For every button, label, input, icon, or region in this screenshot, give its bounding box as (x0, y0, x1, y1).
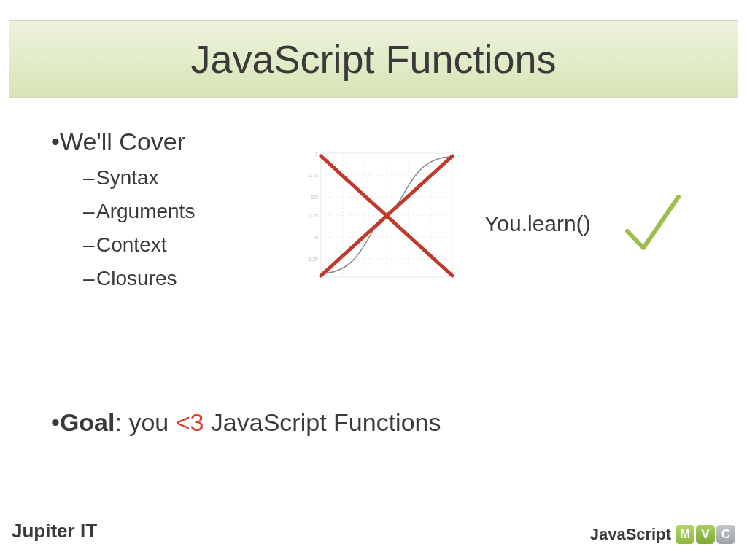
bullet-dot: • (51, 128, 60, 155)
sigmoid-graph-figure: 1 0.75 0.5 0.25 0 -0.25 (299, 146, 460, 292)
svg-text:0.25: 0.25 (308, 213, 318, 218)
svg-text:0.75: 0.75 (308, 173, 318, 178)
mvc-badge: M V C (676, 525, 735, 544)
mvc-m-box: M (676, 525, 694, 544)
cover-heading-text: We'll Cover (60, 128, 185, 155)
mvc-v-box: V (696, 525, 715, 544)
title-bar: JavaScript Functions (9, 20, 738, 98)
dash-icon: – (83, 200, 96, 223)
goal-label: Goal (60, 408, 115, 436)
heart-icon: <3 (176, 408, 204, 436)
footer-logo-text: JavaScript (590, 525, 671, 544)
svg-text:1: 1 (315, 152, 318, 157)
footer-left: Jupiter IT (12, 520, 97, 542)
cover-item-text: Closures (96, 267, 177, 289)
footer-right: JavaScript M V C (590, 525, 735, 544)
cover-item-text: Syntax (96, 166, 159, 189)
dash-icon: – (83, 166, 96, 190)
svg-text:0: 0 (315, 235, 318, 240)
svg-text:0.5: 0.5 (311, 195, 318, 200)
cover-item-text: Arguments (96, 200, 195, 222)
slide-title: JavaScript Functions (190, 36, 556, 82)
goal-before: : you (115, 408, 175, 436)
bullet-dot: • (51, 408, 60, 436)
cover-item-text: Context (96, 233, 167, 256)
svg-text:-0.25: -0.25 (306, 257, 318, 262)
checkmark-icon (620, 191, 686, 257)
goal-after: JavaScript Functions (204, 408, 441, 436)
goal-line: •Goal: you <3 JavaScript Functions (51, 408, 441, 437)
you-learn-text: You.learn() (484, 211, 591, 236)
dash-icon: – (83, 233, 96, 257)
mvc-c-box: C (716, 525, 735, 544)
dash-icon: – (83, 267, 96, 290)
